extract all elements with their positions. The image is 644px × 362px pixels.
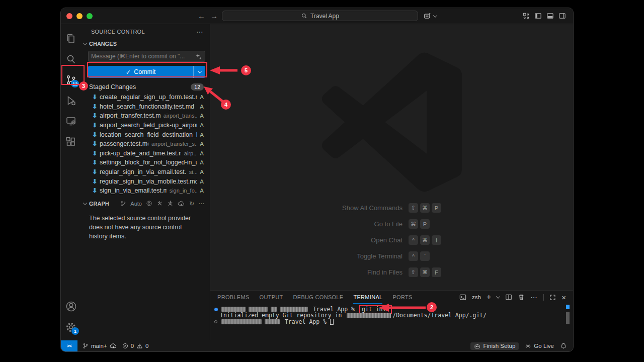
scm-file-row[interactable]: ⬇regular_sign_in_via_mobile.test.md...A	[81, 176, 210, 186]
go-live-button[interactable]: Go Live	[525, 343, 554, 349]
activity-account[interactable]	[61, 296, 81, 317]
keycap: ⌘	[420, 267, 430, 277]
vscode-logo-watermark	[322, 52, 462, 192]
copilot-menu-button[interactable]	[423, 12, 437, 20]
file-name-label: location_search_field_destination_l...	[100, 131, 197, 138]
shortcut-keys: ^⌘I	[409, 235, 441, 245]
chevron-down-icon	[433, 13, 437, 17]
file-name-label: hotel_search_functionality.test.md	[100, 103, 194, 110]
keycap: ⌘	[420, 203, 430, 213]
git-status-added: A	[197, 169, 204, 175]
sidebar-title: SOURCE CONTROL	[91, 29, 196, 35]
git-status-added: A	[197, 113, 204, 119]
remote-indicator-button[interactable]: ><	[61, 340, 77, 351]
nav-forward-icon[interactable]: →	[210, 12, 218, 20]
nav-back-icon[interactable]: ←	[198, 12, 205, 20]
activity-run-debug[interactable]	[61, 90, 81, 111]
sparkle-icon[interactable]	[195, 53, 202, 60]
file-path-label: airp...	[184, 150, 197, 156]
toggle-secondary-sidebar-icon[interactable]	[558, 12, 566, 20]
file-name-label: passenger.test.md	[100, 140, 148, 147]
problems-status-item[interactable]: 0 0	[122, 343, 149, 349]
customize-layout-icon[interactable]	[522, 12, 530, 20]
new-terminal-button[interactable]: +	[487, 293, 491, 302]
annotation-box-commit	[87, 62, 207, 77]
keycap: ^	[409, 235, 418, 245]
changes-label: CHANGES	[89, 41, 117, 47]
staged-changes-header[interactable]: Staged Changes 12	[81, 82, 210, 92]
scm-file-row[interactable]: ⬇pick-up_date_and_time.test.mdairp...A	[81, 149, 210, 158]
scm-file-row[interactable]: ⬇settings_block_for_not_logged-in_u...A	[81, 158, 210, 167]
scm-file-row[interactable]: ⬇passenger.test.mdairport_transfer_s...A	[81, 139, 210, 149]
activity-settings[interactable]: 1	[61, 317, 81, 337]
git-status-added: A	[197, 104, 204, 110]
git-status-added: A	[197, 122, 204, 128]
scm-file-row[interactable]: ⬇hotel_search_functionality.test.mdA	[81, 102, 210, 112]
desktop-background: ← → Travel App	[0, 0, 644, 362]
activity-remote-explorer[interactable]	[61, 111, 81, 131]
finish-setup-button[interactable]: Finish Setup	[470, 342, 519, 350]
pull-icon[interactable]	[167, 200, 174, 207]
branch-icon[interactable]	[120, 201, 126, 207]
panel-tab-output[interactable]: OUTPUT	[260, 291, 283, 304]
changes-section-header[interactable]: CHANGES	[81, 39, 210, 48]
target-icon[interactable]	[146, 200, 152, 207]
search-icon	[65, 53, 77, 65]
finish-setup-label: Finish Setup	[483, 343, 515, 349]
keycap: P	[420, 219, 430, 229]
panel-tab-debug-console[interactable]: DEBUG CONSOLE	[293, 291, 344, 304]
panel-more-actions-icon[interactable]: ⋯	[530, 293, 538, 301]
commit-message-input[interactable]	[91, 53, 195, 60]
activity-extensions[interactable]	[61, 131, 81, 152]
terminal-scrollbar-thumb[interactable]	[566, 312, 570, 324]
scm-file-row[interactable]: ⬇location_search_field_destination_l...A	[81, 130, 210, 139]
panel-tab-terminal[interactable]: TERMINAL	[353, 291, 382, 304]
scm-file-row[interactable]: ⬇sign_in_via_email.test.mdsign_in_fo...A	[81, 186, 210, 196]
scm-file-row[interactable]: ⬇regular_sign_in_via_email.test.mdsi...A	[81, 167, 210, 177]
activity-explorer[interactable]	[61, 28, 81, 49]
shortcut-label: Show All Commands	[342, 204, 403, 212]
file-path-label: airport_trans...	[164, 113, 197, 119]
panel-tab-problems[interactable]: PROBLEMS	[217, 291, 250, 304]
terminal-line: Initialized empty Git repository in /Doc…	[214, 313, 563, 319]
keycap: ^	[409, 251, 418, 261]
close-window-button[interactable]	[66, 13, 72, 19]
close-panel-icon[interactable]: ×	[561, 293, 566, 302]
graph-more-icon[interactable]: ⋯	[198, 200, 205, 207]
keycap: I	[432, 235, 441, 245]
file-name-label: regular_sign_in_via_mobile.test.md...	[100, 178, 197, 185]
terminal-shell-icon	[459, 294, 466, 301]
terminal-content[interactable]: Travel App % git initInitialized empty G…	[210, 304, 573, 340]
file-name-label: settings_block_for_not_logged-in_u...	[100, 159, 197, 166]
annotation-step-5: 5	[241, 65, 251, 75]
kill-terminal-trash-icon[interactable]	[518, 294, 525, 301]
scm-file-row[interactable]: ⬇create_regular_sign_up_form.test.mdA	[81, 93, 210, 102]
graph-auto-label[interactable]: Auto	[130, 201, 142, 207]
maximize-panel-icon[interactable]	[549, 294, 556, 301]
warning-icon	[136, 343, 143, 349]
refresh-icon[interactable]: ↻	[189, 200, 194, 207]
annotation-step-2: 2	[427, 302, 437, 312]
file-path-label: si...	[189, 169, 197, 175]
toggle-primary-sidebar-icon[interactable]	[534, 12, 542, 20]
shell-label: zsh	[472, 294, 481, 300]
graph-section-header[interactable]: GRAPH Auto ↻ ⋯	[81, 199, 210, 209]
branch-status-item[interactable]: main+	[83, 343, 117, 349]
cloud-icon[interactable]	[178, 200, 185, 207]
remote-explorer-icon	[65, 115, 77, 127]
zoom-window-button[interactable]	[87, 13, 93, 19]
command-center-search[interactable]: Travel App	[222, 11, 418, 21]
scm-file-row[interactable]: ⬇airport_transfer.test.mdairport_trans..…	[81, 111, 210, 121]
minimize-window-button[interactable]	[76, 13, 83, 19]
git-status-added: A	[197, 94, 204, 100]
divider	[543, 294, 544, 301]
notifications-bell-icon[interactable]	[560, 342, 567, 349]
more-actions-icon[interactable]: ⋯	[196, 28, 204, 36]
scm-file-row[interactable]: ⬇airport_search_field_pick-up_airpor...A	[81, 121, 210, 130]
split-terminal-icon[interactable]	[505, 294, 512, 301]
terminal-dropdown-icon[interactable]	[496, 294, 500, 298]
toggle-panel-icon[interactable]	[546, 12, 554, 20]
git-status-added: A	[197, 178, 204, 185]
panel-tab-ports[interactable]: PORTS	[392, 291, 412, 304]
fetch-icon[interactable]	[156, 200, 163, 207]
